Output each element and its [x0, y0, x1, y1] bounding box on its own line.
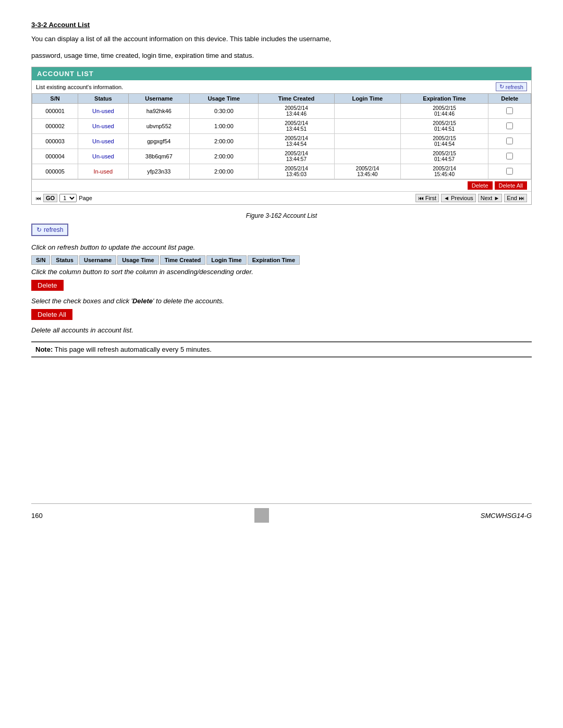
- table-cell: [335, 134, 401, 149]
- col-btn-usage-time[interactable]: Usage Time: [117, 255, 159, 265]
- table-cell: 2:00:00: [189, 164, 258, 179]
- col-btn-username[interactable]: Username: [79, 255, 116, 265]
- page-select[interactable]: 1: [59, 194, 77, 202]
- nav-arrow-first-icon: ⏮: [36, 195, 41, 201]
- col-delete: Delete: [488, 94, 531, 104]
- product-name: SMCWHSG14-G: [481, 512, 532, 520]
- refresh-icon-small: ↻: [499, 83, 504, 90]
- delete-button-large[interactable]: Delete: [31, 280, 64, 291]
- next-button[interactable]: Next ►: [478, 194, 503, 202]
- subheader-text: List existing account's information.: [36, 84, 123, 90]
- refresh-label-large: refresh: [44, 226, 63, 233]
- table-cell: ha92hk46: [128, 104, 189, 119]
- column-sort-desc: Click the column button to sort the colu…: [31, 268, 532, 276]
- end-button[interactable]: End ⏭: [504, 194, 527, 202]
- page-thumb: [254, 508, 269, 523]
- page-number: 160: [31, 512, 43, 520]
- col-btn-login-time[interactable]: Login Time: [206, 255, 246, 265]
- table-cell: 0:30:00: [189, 104, 258, 119]
- col-btn-sn[interactable]: S/N: [31, 255, 50, 265]
- account-table: S/N Status Username Usage Time Time Crea…: [32, 93, 531, 179]
- table-cell: ubvnp552: [128, 119, 189, 134]
- refresh-button-large[interactable]: ↻ refresh: [31, 224, 68, 236]
- delete-button-table[interactable]: Delete: [468, 181, 493, 190]
- col-expiration-time[interactable]: Expiration Time: [400, 94, 488, 104]
- previous-button[interactable]: ◄ Previous: [441, 194, 476, 202]
- description-line2: password, usage time, time created, logi…: [31, 51, 532, 61]
- col-btn-status[interactable]: Status: [51, 255, 78, 265]
- column-buttons-row: S/N Status Username Usage Time Time Crea…: [31, 255, 532, 265]
- table-cell: [335, 119, 401, 134]
- table-cell: 000003: [32, 134, 78, 149]
- table-cell: 2005/2/15 01:44:46: [400, 104, 488, 119]
- table-cell: 2005/2/15 01:44:51: [400, 119, 488, 134]
- note-label: Note:: [35, 346, 53, 353]
- table-footer-right: ⏮ First ◄ Previous Next ► End ⏭: [415, 194, 527, 202]
- table-cell: 2005/2/14 13:44:57: [258, 149, 334, 164]
- col-time-created[interactable]: Time Created: [258, 94, 334, 104]
- col-username[interactable]: Username: [128, 94, 189, 104]
- table-cell: 2005/2/14 13:45:40: [335, 164, 401, 179]
- delete-all-button-table[interactable]: Delete All: [495, 181, 527, 190]
- table-cell: 2005/2/14 13:44:54: [258, 134, 334, 149]
- col-btn-expiration-time[interactable]: Expiration Time: [248, 255, 300, 265]
- table-cell: [335, 104, 401, 119]
- table-cell: 38b6qm67: [128, 149, 189, 164]
- account-list-box: ACCOUNT LIST List existing account's inf…: [31, 67, 532, 205]
- table-cell: 000002: [32, 119, 78, 134]
- row-checkbox[interactable]: [506, 168, 513, 175]
- delete-desc: Select the check boxes and click 'Delete…: [31, 297, 532, 305]
- table-cell: 2005/2/15 01:44:57: [400, 149, 488, 164]
- table-header-row: S/N Status Username Usage Time Time Crea…: [32, 94, 531, 104]
- table-cell: 000005: [32, 164, 78, 179]
- table-cell-checkbox[interactable]: [488, 164, 531, 179]
- table-cell: 1:00:00: [189, 119, 258, 134]
- delete-desc-after: ' to delete the accounts.: [153, 297, 224, 305]
- table-row: 000001Un-usedha92hk460:30:002005/2/14 13…: [32, 104, 531, 119]
- table-row: 000003Un-usedgpgxgf542:00:002005/2/14 13…: [32, 134, 531, 149]
- row-checkbox[interactable]: [506, 122, 513, 129]
- col-status[interactable]: Status: [78, 94, 129, 104]
- table-row: 000002Un-usedubvnp5521:00:002005/2/14 13…: [32, 119, 531, 134]
- go-button[interactable]: GO: [43, 194, 57, 202]
- page-footer: 160 SMCWHSG14-G: [31, 503, 532, 523]
- first-button[interactable]: ⏮ First: [415, 194, 439, 202]
- table-cell: Un-used: [78, 134, 129, 149]
- delete-desc-bold: Delete: [132, 297, 153, 305]
- table-cell-checkbox[interactable]: [488, 104, 531, 119]
- table-cell: In-used: [78, 164, 129, 179]
- table-cell: gpgxgf54: [128, 134, 189, 149]
- refresh-icon-large: ↻: [36, 226, 42, 233]
- table-cell-checkbox[interactable]: [488, 134, 531, 149]
- table-cell-checkbox[interactable]: [488, 149, 531, 164]
- row-checkbox[interactable]: [506, 107, 513, 114]
- col-login-time[interactable]: Login Time: [335, 94, 401, 104]
- table-cell-checkbox[interactable]: [488, 119, 531, 134]
- delete-all-button-large[interactable]: Delete All: [31, 309, 72, 320]
- refresh-desc: Click on refresh button to update the ac…: [31, 243, 532, 251]
- refresh-label-small: refresh: [506, 84, 523, 90]
- section-title: 3-3-2 Account List: [31, 21, 532, 29]
- table-cell: 2:00:00: [189, 134, 258, 149]
- table-cell: Un-used: [78, 149, 129, 164]
- figure-caption: Figure 3-162 Account List: [31, 212, 532, 219]
- col-usage-time[interactable]: Usage Time: [189, 94, 258, 104]
- account-list-header: ACCOUNT LIST: [32, 67, 531, 80]
- table-footer-left: ⏮ GO 1 Page: [36, 194, 92, 202]
- table-row: 000004Un-used38b6qm672:00:002005/2/14 13…: [32, 149, 531, 164]
- description-line1: You can display a list of all the accoun…: [31, 34, 532, 44]
- row-checkbox[interactable]: [506, 138, 513, 144]
- col-btn-time-created[interactable]: Time Created: [160, 255, 206, 265]
- table-footer-delete-row: Delete Delete All: [32, 179, 531, 191]
- table-cell: 000001: [32, 104, 78, 119]
- table-cell: yfp23n33: [128, 164, 189, 179]
- col-sn[interactable]: S/N: [32, 94, 78, 104]
- refresh-button-small[interactable]: ↻ refresh: [496, 82, 527, 91]
- note-text: This page will refresh automatically eve…: [55, 346, 212, 353]
- note-box: Note: This page will refresh automatical…: [31, 341, 532, 357]
- table-cell: Un-used: [78, 104, 129, 119]
- table-cell: 2005/2/14 15:45:40: [400, 164, 488, 179]
- table-row: 000005In-usedyfp23n332:00:002005/2/14 13…: [32, 164, 531, 179]
- page-label: Page: [79, 195, 92, 201]
- row-checkbox[interactable]: [506, 153, 513, 159]
